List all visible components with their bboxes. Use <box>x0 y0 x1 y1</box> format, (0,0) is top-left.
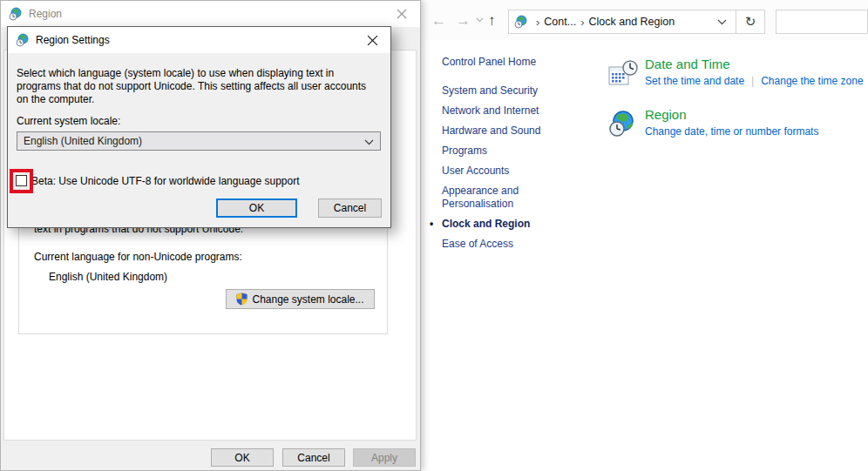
address-dropdown-icon[interactable] <box>709 10 736 33</box>
category-region: Region Change date, time or number forma… <box>607 106 868 145</box>
apply-button[interactable]: Apply <box>353 448 416 467</box>
window-title: Region <box>29 8 62 20</box>
uac-shield-icon <box>236 293 248 306</box>
dialog-description: Select which language (system locale) to… <box>17 67 379 106</box>
chevron-down-icon <box>364 139 374 145</box>
sidebar-item-label: Clock and Region <box>442 218 530 230</box>
close-icon[interactable] <box>359 30 385 50</box>
forward-icon[interactable]: → <box>456 10 471 31</box>
change-system-locale-button[interactable]: Change system locale... <box>226 289 375 309</box>
sidebar-item-appearance-personalisation[interactable]: Appearance and Personalisation <box>442 185 571 211</box>
region-globe-icon <box>9 7 23 21</box>
close-icon[interactable] <box>389 3 415 24</box>
region-settings-dialog: Region Settings Select which language (s… <box>7 26 391 228</box>
region-globe-icon <box>16 33 30 47</box>
annotation-highlight-box <box>10 169 33 193</box>
breadcrumb-chevron-icon: › <box>580 16 584 29</box>
non-unicode-language-value: English (United Kingdom) <box>49 271 167 283</box>
category-date-and-time: Date and Time Set the time and date|Chan… <box>607 56 868 94</box>
breadcrumb-item-control-panel[interactable]: Cont... <box>544 16 576 28</box>
system-locale-selected-value: English (United Kingdom) <box>24 135 142 147</box>
explorer-navbar: ← → ↑ › Cont... <box>422 0 868 40</box>
category-title-region[interactable]: Region <box>645 106 868 124</box>
task-link-change-time-zone[interactable]: Change the time zone <box>761 75 863 87</box>
sidebar-item-system-and-security[interactable]: System and Security <box>442 84 571 98</box>
region-settings-titlebar: Region Settings <box>8 27 390 53</box>
sidebar-item-hardware-and-sound[interactable]: Hardware and Sound <box>442 124 571 138</box>
cancel-button[interactable]: Cancel <box>282 448 345 467</box>
search-input[interactable] <box>776 10 868 34</box>
sidebar-item-network-and-internet[interactable]: Network and Internet <box>442 104 571 118</box>
non-unicode-language-label: Current language for non-Unicode program… <box>34 251 242 263</box>
back-icon[interactable]: ← <box>431 10 446 31</box>
sidebar-nav: Control Panel Home System and Security N… <box>442 56 581 258</box>
change-system-locale-label: Change system locale... <box>252 293 363 306</box>
link-separator: | <box>751 75 754 87</box>
category-list: Date and Time Set the time and date|Chan… <box>607 56 868 157</box>
region-titlebar: Region <box>1 1 420 27</box>
task-link-change-formats[interactable]: Change date, time or number formats <box>645 125 818 138</box>
category-title-date-and-time[interactable]: Date and Time <box>645 56 868 73</box>
address-bar[interactable]: › Cont... › Clock and Region ↻ <box>508 10 765 34</box>
sidebar-item-programs[interactable]: Programs <box>442 145 571 158</box>
date-and-time-icon[interactable] <box>608 59 638 89</box>
desktop: ← → ↑ › Cont... <box>0 0 868 471</box>
cancel-button[interactable]: Cancel <box>318 198 382 218</box>
breadcrumb-chevron-icon: › <box>536 16 539 29</box>
control-panel-icon[interactable] <box>514 15 528 29</box>
current-page-bullet-icon: • <box>430 218 433 231</box>
history-chevron-icon[interactable] <box>476 17 484 23</box>
system-locale-combobox[interactable]: English (United Kingdom) <box>17 131 381 151</box>
control-panel-window: ← → ↑ › Cont... <box>422 0 868 471</box>
sidebar-item-user-accounts[interactable]: User Accounts <box>442 165 571 178</box>
dialog-title: Region Settings <box>36 34 110 46</box>
ok-button[interactable]: OK <box>211 448 274 467</box>
breadcrumb-item-clock-and-region[interactable]: Clock and Region <box>589 16 675 28</box>
refresh-icon[interactable]: ↻ <box>736 10 764 33</box>
ok-button[interactable]: OK <box>216 198 297 218</box>
sidebar-item-ease-of-access[interactable]: Ease of Access <box>442 238 571 251</box>
sidebar-item-control-panel-home[interactable]: Control Panel Home <box>442 56 571 69</box>
current-system-locale-label: Current system locale: <box>17 115 120 127</box>
region-globe-icon[interactable] <box>608 110 636 138</box>
utf8-beta-checkbox-label: Beta: Use Unicode UTF-8 for worldwide la… <box>31 175 300 187</box>
up-icon[interactable]: ↑ <box>488 10 496 31</box>
task-link-set-time-and-date[interactable]: Set the time and date <box>645 75 744 87</box>
sidebar-item-clock-and-region[interactable]: •Clock and Region <box>442 218 571 231</box>
